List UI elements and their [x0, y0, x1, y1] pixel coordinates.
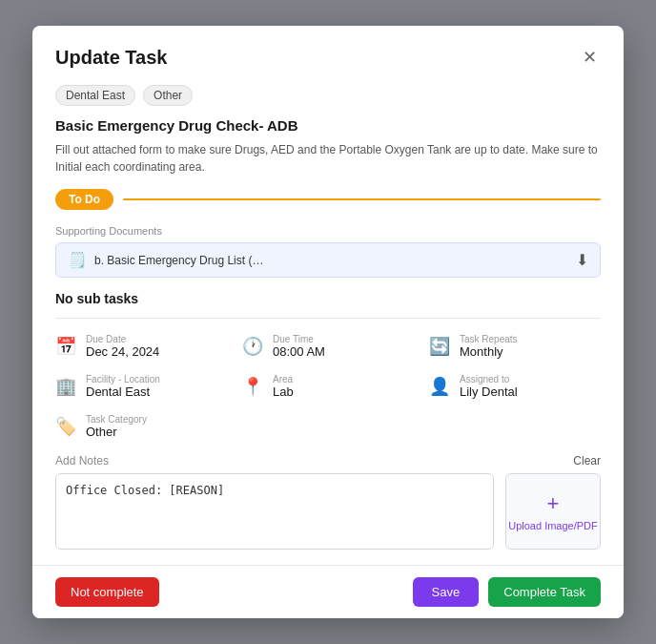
- save-button[interactable]: Save: [413, 577, 480, 607]
- facility-label: Facility - Location: [86, 374, 160, 384]
- calendar-icon: 📅: [55, 336, 76, 357]
- notes-header: Add Notes Clear: [55, 454, 601, 467]
- status-badge[interactable]: To Do: [55, 189, 113, 210]
- modal-title: Update Task: [55, 47, 167, 69]
- status-row: To Do: [55, 189, 601, 210]
- task-repeats-label: Task Repeats: [460, 334, 518, 344]
- clear-button[interactable]: Clear: [573, 454, 601, 467]
- notes-section: Add Notes Clear Office Closed: [REASON] …: [55, 454, 601, 550]
- clock-icon: 🕐: [242, 336, 263, 357]
- repeat-icon: 🔄: [429, 336, 450, 357]
- document-icon: 🗒️: [68, 251, 87, 269]
- due-date-item: 📅 Due Date Dec 24, 2024: [55, 334, 227, 359]
- modal-footer: Not complete Save Complete Task: [32, 565, 624, 618]
- facility-item: 🏢 Facility - Location Dental East: [55, 374, 227, 399]
- doc-left: 🗒️ b. Basic Emergency Drug List (…: [68, 251, 263, 269]
- area-label: Area: [273, 374, 294, 384]
- document-name: b. Basic Emergency Drug List (…: [94, 254, 263, 267]
- notes-label: Add Notes: [55, 454, 109, 467]
- assigned-item: 👤 Assigned to Lily Dental: [429, 374, 601, 399]
- footer-right-buttons: Save Complete Task: [413, 577, 601, 607]
- due-time-label: Due Time: [273, 334, 325, 344]
- location-icon: 📍: [242, 376, 263, 397]
- task-repeats-value: Monthly: [460, 344, 518, 359]
- plus-icon: +: [547, 491, 560, 516]
- document-item: 🗒️ b. Basic Emergency Drug List (… ⬇: [55, 242, 601, 278]
- assigned-value: Lily Dental: [460, 384, 518, 399]
- meta-grid: 📅 Due Date Dec 24, 2024 🕐 Due Time 08:00…: [55, 334, 601, 439]
- upload-label: Upload Image/PDF: [508, 520, 598, 531]
- status-line: [123, 198, 601, 200]
- tag-other: Other: [143, 85, 193, 106]
- due-date-value: Dec 24, 2024: [86, 344, 159, 359]
- not-complete-button[interactable]: Not complete: [55, 577, 159, 607]
- notes-textarea[interactable]: Office Closed: [REASON]: [55, 473, 494, 550]
- no-subtasks-label: No sub tasks: [55, 291, 601, 306]
- due-time-item: 🕐 Due Time 08:00 AM: [242, 334, 414, 359]
- building-icon: 🏢: [55, 376, 76, 397]
- task-title: Basic Emergency Drug Check- ADB: [55, 117, 601, 134]
- task-description: Fill out attached form to make sure Drug…: [55, 141, 601, 176]
- notes-area-wrapper: Office Closed: [REASON] + Upload Image/P…: [55, 473, 601, 550]
- modal-header: Update Task ✕: [32, 26, 624, 85]
- category-value: Other: [86, 425, 147, 439]
- documents-label: Supporting Documents: [55, 225, 601, 237]
- person-icon: 👤: [429, 376, 450, 397]
- overlay: Update Task ✕ Dental East Other Basic Em…: [0, 0, 656, 644]
- upload-box[interactable]: + Upload Image/PDF: [505, 473, 601, 550]
- facility-value: Dental East: [86, 384, 160, 399]
- due-time-value: 08:00 AM: [273, 344, 325, 359]
- area-value: Lab: [273, 384, 294, 399]
- due-date-label: Due Date: [86, 334, 159, 344]
- divider: [55, 318, 601, 319]
- close-button[interactable]: ✕: [579, 45, 601, 70]
- area-item: 📍 Area Lab: [242, 374, 414, 399]
- modal-body: Dental East Other Basic Emergency Drug C…: [32, 85, 624, 565]
- category-item: 🏷️ Task Category Other: [55, 414, 227, 439]
- download-icon[interactable]: ⬇: [576, 251, 588, 269]
- category-icon: 🏷️: [55, 416, 76, 437]
- task-repeats-item: 🔄 Task Repeats Monthly: [429, 334, 601, 359]
- tag-row: Dental East Other: [55, 85, 601, 106]
- assigned-label: Assigned to: [460, 374, 518, 384]
- modal-dialog: Update Task ✕ Dental East Other Basic Em…: [32, 26, 624, 618]
- category-label: Task Category: [86, 414, 147, 425]
- complete-task-button[interactable]: Complete Task: [488, 577, 601, 607]
- tag-dental-east: Dental East: [55, 85, 135, 106]
